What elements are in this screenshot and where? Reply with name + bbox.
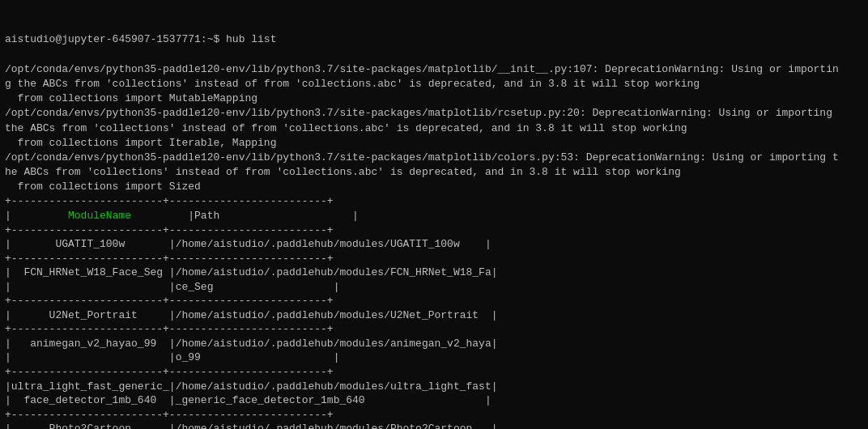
table-line: | ModuleName |Path | — [5, 209, 863, 223]
table-line: | face_detector_1mb_640 |_generic_face_d… — [5, 393, 863, 408]
warning-line: /opt/conda/envs/python35-paddle120-env/l… — [5, 106, 863, 121]
table-line: | FCN_HRNet_W18_Face_Seg |/home/aistudio… — [5, 265, 863, 280]
table-line: |ultra_light_fast_generic_|/home/aistudi… — [5, 380, 863, 394]
table-line: | UGATIT_100w |/home/aistudio/.paddlehub… — [5, 237, 863, 252]
table-line: | animegan_v2_hayao_99 |/home/aistudio/.… — [5, 337, 863, 351]
table-line: +------------------------+--------------… — [5, 322, 863, 337]
table-line: +------------------------+--------------… — [5, 365, 863, 380]
warning-line: /opt/conda/envs/python35-paddle120-env/l… — [5, 62, 863, 77]
table-line: | |ce_Seg | — [5, 280, 863, 295]
table-line: | U2Net_Portrait |/home/aistudio/.paddle… — [5, 308, 863, 323]
prompt-line: aistudio@jupyter-645907-1537771:~$ hub l… — [5, 32, 863, 47]
terminal: aistudio@jupyter-645907-1537771:~$ hub l… — [0, 0, 868, 429]
warning-line: from collections import Iterable, Mappin… — [5, 136, 863, 151]
warning-line: the ABCs from 'collections' instead of f… — [5, 121, 863, 136]
table-line: | |o_99 | — [5, 350, 863, 365]
table-line: +------------------------+--------------… — [5, 252, 863, 266]
warning-line: /opt/conda/envs/python35-paddle120-env/l… — [5, 151, 863, 165]
hub-table-container: +------------------------+--------------… — [5, 194, 863, 429]
table-line: +------------------------+--------------… — [5, 223, 863, 238]
table-line: +------------------------+--------------… — [5, 294, 863, 308]
warning-line: g the ABCs from 'collections' instead of… — [5, 77, 863, 91]
table-line: +------------------------+--------------… — [5, 194, 863, 209]
warning-line: from collections import MutableMapping — [5, 91, 863, 106]
table-line: +------------------------+--------------… — [5, 408, 863, 423]
table-line: | Photo2Cartoon |/home/aistudio/.paddleh… — [5, 422, 863, 429]
warning-line: from collections import Sized — [5, 180, 863, 194]
warning-line: he ABCs from 'collections' instead of fr… — [5, 165, 863, 180]
